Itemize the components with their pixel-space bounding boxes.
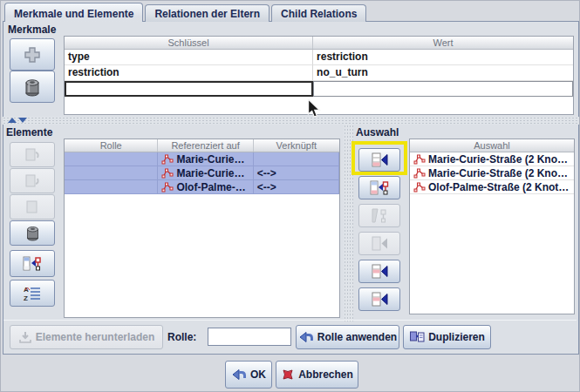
member-role [65,180,158,194]
selection-list: Auswahl Marie-Curie-Straße (2 Kno… [409,139,575,314]
list-item[interactable]: Marie-Curie-Straße (2 Kno… [410,166,574,180]
way-icon [161,168,174,179]
tags-table: Schlüssel Wert type restriction restrict… [64,36,574,115]
list-item[interactable]: Marie-Curie-Straße (2 Kno… [410,152,574,166]
member-ref: Marie-Curie… [158,152,253,166]
add-selection-to-members-button[interactable] [358,176,400,199]
elemente-group-title: Elemente [6,126,52,139]
column-header-referenziert-auf: Referenziert auf [158,139,253,152]
table-row-editing[interactable] [65,81,573,97]
replace-selection-disabled-button[interactable] [358,232,400,255]
plus-icon [24,46,41,64]
column-header-schluessel: Schlüssel [65,37,313,49]
member-ref-label: Marie-Curie… [176,153,244,166]
apply-role-label: Rolle anwenden [317,331,397,343]
ok-label: OK [250,368,266,381]
delete-tag-button[interactable] [10,71,55,103]
member-role [65,166,158,180]
selection-item: Olof-Palme-Straße (2 Knot… [410,180,574,194]
tab-merkmale-und-elemente[interactable]: Merkmale und Elemente [4,3,143,22]
way-icon [161,154,174,165]
selection-item-label: Marie-Curie-Straße (2 Kno… [428,153,568,166]
duplicate-button[interactable]: Duplizieren [403,325,491,349]
collapse-up-icon[interactable] [8,118,17,123]
relation-editor-dialog: Merkmale und Elemente Relationen der Elt… [0,0,580,392]
sort-az-icon: A Z [23,285,42,302]
remove-member-button[interactable] [10,220,55,246]
tag-key: restriction [65,65,313,81]
member-linked: <--> [254,166,339,180]
members-table-header: Rolle Referenziert auf Verknüpft [65,139,339,152]
table-row[interactable]: Olof-Palme-… <--> [65,180,339,194]
download-members-label: Elemente herunterladen [36,331,155,343]
member-linked [254,152,339,166]
list-arrow-left-icon [370,152,389,167]
tag-value: no_u_turn [313,65,573,81]
duplicate-label: Duplizieren [428,331,485,343]
toolbar-separator [3,320,577,321]
remove-selection-button[interactable] [358,204,400,227]
cancel-button[interactable]: Abbrechen [276,361,358,389]
list-arrow-left-icon [370,264,389,279]
add-tag-button[interactable] [10,38,55,71]
member-ref: Olof-Palme-… [158,180,253,194]
tag-value-editor[interactable] [313,81,573,97]
auswahl-group-title: Auswahl [356,126,399,139]
tags-table-header: Schlüssel Wert [65,37,573,50]
sort-members-button[interactable]: A Z [10,280,55,307]
collapse-down-icon[interactable] [18,118,27,123]
role-input[interactable] [208,328,291,346]
list-arrow-left-disabled-icon [370,236,389,251]
way-icon [413,168,426,179]
download-members-button[interactable]: Elemente herunterladen [10,325,163,349]
member-ref-label: Marie-Curie… [176,167,244,179]
document-icon [24,199,41,215]
trash-icon [24,78,41,97]
ok-button[interactable]: OK [225,361,272,389]
column-header-verknuepft: Verknüpft [254,139,339,152]
tab-child-relations[interactable]: Child Relations [271,4,366,22]
member-linked: <--> [254,180,339,194]
tag-key-editor[interactable] [65,81,313,97]
replace-selection-button[interactable] [358,148,400,172]
copy-members-to-selection-button[interactable] [10,250,55,277]
table-row[interactable]: Marie-Curie… [65,152,339,166]
list-to-relation-icon [22,255,43,273]
document-arrow-icon [24,147,41,163]
svg-text:Z: Z [24,294,28,302]
way-icon [161,182,174,193]
tab-relationen-der-eltern[interactable]: Relationen der Eltern [145,4,270,22]
cancel-x-icon [281,368,295,382]
split-divider-vertical[interactable] [344,125,353,321]
apply-role-button[interactable]: Rolle anwenden [296,325,399,349]
split-divider-horizontal[interactable] [3,117,579,125]
edit-member-button[interactable] [10,194,55,220]
tag-key: type [65,50,313,65]
merkmale-group-title: Merkmale [8,24,56,36]
add-below-button[interactable] [358,287,400,311]
list-node-disabled-icon [370,208,389,223]
selection-item: Marie-Curie-Straße (2 Kno… [410,166,574,180]
table-row[interactable]: type restriction [65,50,573,65]
column-header-auswahl: Auswahl [410,139,574,152]
table-row[interactable]: Marie-Curie… <--> [65,166,339,180]
move-down-button[interactable] [10,168,55,193]
ok-arrow-icon [231,368,247,382]
tab-bar: Merkmale und Elemente Relationen der Elt… [4,3,366,22]
duplicate-icon [409,330,425,344]
cancel-label: Abbrechen [298,368,353,381]
selection-item-label: Olof-Palme-Straße (2 Knot… [428,181,569,193]
download-icon [18,330,32,344]
move-up-button[interactable] [10,142,55,167]
add-above-button[interactable] [358,260,400,283]
selection-item: Marie-Curie-Straße (2 Kno… [410,152,574,166]
list-item[interactable]: Olof-Palme-Straße (2 Knot… [410,180,574,194]
table-row[interactable]: restriction no_u_turn [65,65,573,81]
member-ref: Marie-Curie… [158,166,253,180]
document-arrow-icon [24,173,41,189]
way-icon [413,182,426,193]
trash-icon [25,225,40,241]
member-ref-label: Olof-Palme-… [176,181,245,193]
tag-value: restriction [313,50,573,65]
list-arrow-left-icon [370,292,389,307]
